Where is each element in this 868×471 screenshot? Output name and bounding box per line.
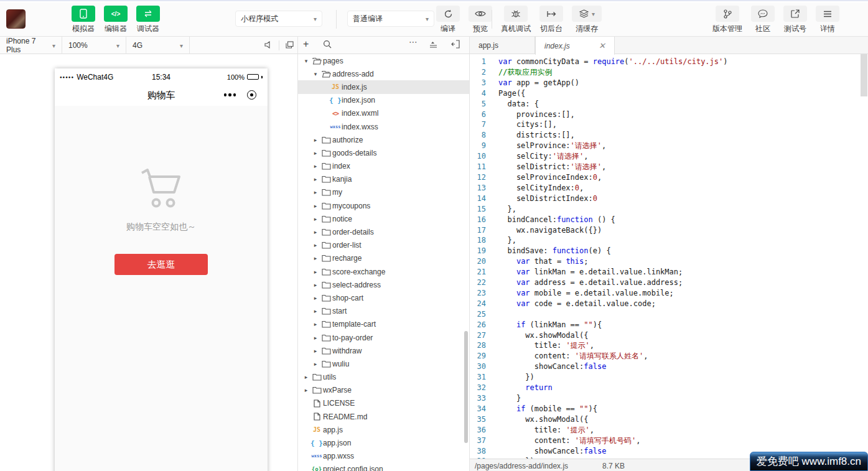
mode-select[interactable]: 小程序模式 ▾ [235,11,322,27]
editor-scrollbar[interactable] [861,54,867,96]
close-icon[interactable]: ✕ [599,41,605,50]
device-select[interactable]: iPhone 7 Plus ▾ [0,37,62,54]
simulator-toggle-button[interactable]: 模拟器 [72,6,95,34]
file-path: /pages/address-add/index.js [475,462,568,470]
chevron-closed-icon[interactable]: ▸ [311,242,320,248]
chevron-open-icon[interactable]: ▾ [302,58,310,64]
add-file-icon[interactable]: + [303,39,309,50]
tree-item-index.js[interactable]: JSindex.js [298,80,469,93]
folder-open-icon [310,57,323,65]
details-button[interactable]: 详情 [816,6,839,34]
tree-item-start[interactable]: ▸start [298,305,469,318]
chevron-open-icon[interactable]: ▾ [311,71,320,77]
chevron-closed-icon[interactable]: ▸ [311,269,320,275]
chevron-closed-icon[interactable]: ▸ [311,348,320,354]
tree-item-withdraw[interactable]: ▸withdraw [298,344,469,357]
test-account-button[interactable]: 测试号 [783,6,807,34]
tree-item-app.js[interactable]: JSapp.js [298,423,469,436]
tree-item-authorize[interactable]: ▸authorize [298,133,469,146]
chevron-closed-icon[interactable]: ▸ [302,387,310,393]
clear-cache-button[interactable]: ▾ 清缓存 [572,6,602,34]
tree-item-order-details[interactable]: ▸order-details [298,225,469,238]
minimize-capsule-icon[interactable] [247,90,256,100]
background-switch-button[interactable]: 切后台 [539,6,563,34]
tab-app-js[interactable]: app.js [470,37,535,54]
debugger-toggle-button[interactable]: 调试器 [136,6,160,34]
tree-item-template-cart[interactable]: ▸template-cart [298,318,469,331]
tree-item-app.json[interactable]: { }app.json [298,436,469,449]
file-size: 8.7 KB [602,462,625,470]
tree-item-README.md[interactable]: README.md [298,410,469,423]
chevron-closed-icon[interactable]: ▸ [311,308,320,314]
chevron-closed-icon[interactable]: ▸ [311,361,320,367]
search-icon[interactable] [323,40,332,51]
chevron-closed-icon[interactable]: ▸ [311,163,320,169]
tree-item-wuliu[interactable]: ▸wuliu [298,357,469,370]
tree-item-address-add[interactable]: ▾address-add [298,67,469,80]
tree-item-label: utils [323,373,336,381]
tree-item-shop-cart[interactable]: ▸shop-cart [298,291,469,304]
tree-item-utils[interactable]: ▸utils [298,371,469,384]
code-editor[interactable]: 1234567891011121314151617181920212223242… [470,54,868,459]
chevron-closed-icon[interactable]: ▸ [311,229,320,235]
menu-dots-icon[interactable] [224,93,236,96]
more-icon[interactable]: ⋯ [409,37,418,47]
tree-item-app.wxss[interactable]: wxssapp.wxss [298,450,469,463]
tree-item-goods-details[interactable]: ▸goods-details [298,146,469,159]
remote-debug-button[interactable]: 真机调试 [501,6,531,34]
scale-select[interactable]: 100% ▾ [62,37,126,54]
chevron-closed-icon[interactable]: ▸ [311,189,320,195]
tab-index-js[interactable]: index.js ✕ [535,37,615,55]
tree-item-score-exchange[interactable]: ▸score-exchange [298,265,469,278]
tree-scrollbar[interactable] [464,331,468,443]
sound-icon[interactable] [264,40,273,51]
tree-item-wxParse[interactable]: ▸wxParse [298,384,469,397]
tree-item-order-list[interactable]: ▸order-list [298,239,469,252]
tree-item-index.json[interactable]: { }index.json [298,94,469,107]
tree-item-index.wxml[interactable]: <>index.wxml [298,107,469,120]
collapse-all-icon[interactable] [451,40,460,51]
chevron-closed-icon[interactable]: ▸ [311,150,320,156]
go-shopping-button[interactable]: 去逛逛 [114,254,208,275]
chevron-closed-icon[interactable]: ▸ [311,176,320,182]
debugger-label: 调试器 [137,24,159,34]
device-select-value: iPhone 7 Plus [6,37,50,54]
compile-mode-select[interactable]: 普通编译 ▾ [347,11,434,27]
tree-item-LICENSE[interactable]: LICENSE [298,397,469,410]
tree-item-project.config.json[interactable]: {o}project.config.json [298,463,469,471]
tree-item-notice[interactable]: ▸notice [298,212,469,225]
version-manage-button[interactable]: 版本管理 [712,6,742,34]
tree-item-index[interactable]: ▸index [298,160,469,173]
chevron-closed-icon[interactable]: ▸ [311,216,320,222]
file-tree-panel: ▾pages▾address-addJSindex.js{ }index.jso… [297,54,470,471]
code-icon: </> [111,11,120,17]
chevron-down-icon: ▾ [314,16,317,22]
chevron-closed-icon[interactable]: ▸ [311,335,320,341]
tree-item-mycoupons[interactable]: ▸mycoupons [298,199,469,212]
tree-item-select-address[interactable]: ▸select-address [298,278,469,291]
network-select[interactable]: 4G ▾ [126,37,190,54]
chevron-closed-icon[interactable]: ▸ [311,321,320,327]
tree-item-to-pay-order[interactable]: ▸to-pay-order [298,331,469,344]
compile-button[interactable]: 编译 [436,6,460,34]
tree-item-my[interactable]: ▸my [298,186,469,199]
community-button[interactable]: 社区 [751,6,775,34]
chevron-closed-icon[interactable]: ▸ [311,295,320,301]
detach-window-icon[interactable] [286,40,294,51]
phone-status-bar: ●●●●● WeChat4G 15:34 100% [55,68,268,85]
chevron-closed-icon[interactable]: ▸ [302,374,310,380]
chevron-closed-icon[interactable]: ▸ [311,203,320,209]
chevron-closed-icon[interactable]: ▸ [311,282,320,288]
tree-item-recharge[interactable]: ▸recharge [298,252,469,265]
user-avatar[interactable] [6,9,26,29]
chevron-closed-icon[interactable]: ▸ [311,137,320,143]
tree-item-index.wxss[interactable]: wxssindex.wxss [298,120,469,133]
editor-toggle-button[interactable]: </> 编辑器 [104,6,128,34]
chevron-closed-icon[interactable]: ▸ [311,255,320,261]
tree-item-pages[interactable]: ▾pages [298,54,469,67]
clear-cache-label: 清缓存 [576,24,598,34]
tree-item-label: select-address [332,281,381,289]
preview-button[interactable]: 预览 [469,6,492,34]
sort-icon[interactable] [429,40,438,51]
tree-item-kanjia[interactable]: ▸kanjia [298,173,469,186]
